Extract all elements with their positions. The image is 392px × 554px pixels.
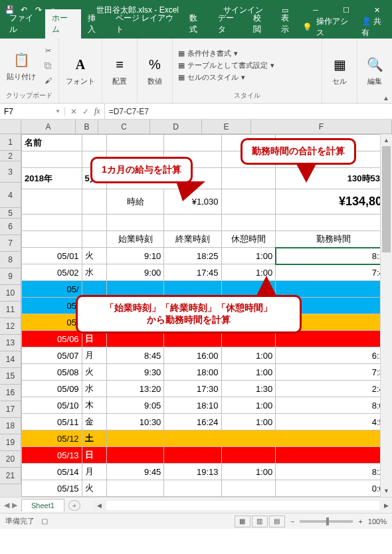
- copy-icon[interactable]: ⿻: [41, 59, 54, 72]
- cell[interactable]: 9:05: [107, 397, 164, 414]
- cell[interactable]: [164, 215, 221, 231]
- row-header-4[interactable]: 4: [0, 183, 21, 208]
- cell[interactable]: 05/: [22, 314, 82, 331]
- cell[interactable]: 終業時刻: [164, 231, 221, 248]
- cell[interactable]: 月: [82, 464, 107, 480]
- cell[interactable]: 05/10: [22, 397, 82, 414]
- cell[interactable]: [221, 480, 276, 497]
- sheet-nav-next-icon[interactable]: ▶: [12, 501, 17, 509]
- cell[interactable]: 始業時刻: [107, 231, 164, 248]
- cell[interactable]: [107, 135, 164, 151]
- cell[interactable]: 18:00: [164, 364, 221, 381]
- cell[interactable]: [22, 189, 82, 215]
- cell[interactable]: 10:30: [107, 414, 164, 430]
- cell[interactable]: [164, 135, 221, 151]
- cell[interactable]: 水: [82, 381, 107, 397]
- cell[interactable]: 2018年: [22, 168, 82, 189]
- conditional-format-button[interactable]: ▦条件付き書式 ▾: [177, 48, 276, 59]
- row-header-8[interactable]: 8: [0, 252, 21, 268]
- cell[interactable]: 05/: [22, 298, 82, 314]
- tab-formulas[interactable]: 数式: [183, 9, 211, 39]
- formula-input[interactable]: =D7-C7-E7: [104, 104, 392, 119]
- row-header-17[interactable]: 17: [0, 401, 21, 418]
- cell[interactable]: 16:00: [164, 347, 221, 364]
- cell[interactable]: 4:54: [276, 414, 392, 430]
- cell[interactable]: [107, 215, 164, 231]
- sheet-nav-prev-icon[interactable]: ◀: [4, 501, 9, 509]
- col-header-e[interactable]: E: [202, 120, 251, 134]
- cell[interactable]: 17:30: [164, 381, 221, 397]
- col-header-b[interactable]: B: [76, 120, 98, 134]
- row-header-21[interactable]: 21: [0, 468, 21, 484]
- number-group-button[interactable]: % 数値: [142, 52, 168, 88]
- paste-button[interactable]: 📋 貼り付け: [4, 48, 39, 83]
- select-all-corner[interactable]: [0, 120, 21, 134]
- hscroll-right-icon[interactable]: ▶: [380, 502, 392, 509]
- cell[interactable]: 05/07: [22, 347, 82, 364]
- zoom-in-icon[interactable]: +: [358, 517, 362, 525]
- row-header-9[interactable]: 9: [0, 268, 21, 285]
- cell[interactable]: 9:00: [107, 264, 164, 281]
- cell[interactable]: 05/01: [22, 248, 82, 264]
- sheet-tab-1[interactable]: Sheet1: [21, 499, 64, 511]
- cell[interactable]: 月: [82, 347, 107, 364]
- cell[interactable]: 05/11: [22, 414, 82, 430]
- cell[interactable]: 0:00: [276, 480, 392, 497]
- zoom-level[interactable]: 100%: [368, 517, 387, 525]
- cell[interactable]: [164, 480, 221, 497]
- row-header-15[interactable]: 15: [0, 368, 21, 385]
- cell[interactable]: 17:45: [164, 264, 221, 281]
- cell[interactable]: [107, 430, 164, 447]
- cell[interactable]: 7:30: [276, 364, 392, 381]
- cell[interactable]: 1:00: [221, 364, 276, 381]
- cell[interactable]: 05/09: [22, 381, 82, 397]
- row-header-6[interactable]: 6: [0, 219, 21, 235]
- cell[interactable]: [107, 480, 164, 497]
- tab-data[interactable]: データ: [211, 9, 246, 39]
- cell[interactable]: [22, 231, 82, 248]
- spreadsheet-grid[interactable]: A B C D E F 1234567891011121314151617181…: [0, 120, 392, 497]
- hscroll-thumb[interactable]: [106, 501, 379, 510]
- cell[interactable]: [164, 447, 221, 464]
- cell[interactable]: [82, 215, 107, 231]
- cell[interactable]: 19:13: [164, 464, 221, 480]
- cell[interactable]: 火: [82, 480, 107, 497]
- format-painter-icon[interactable]: 🖌: [41, 74, 54, 87]
- vertical-scrollbar[interactable]: ▲ ▼: [380, 134, 392, 497]
- row-header-20[interactable]: 20: [0, 451, 21, 468]
- col-header-a[interactable]: A: [21, 120, 76, 134]
- cut-icon[interactable]: ✂: [41, 45, 54, 58]
- cell[interactable]: 8:15: [276, 248, 392, 264]
- cell[interactable]: [82, 189, 107, 215]
- tellme-label[interactable]: 操作アシス: [316, 16, 352, 39]
- format-as-table-button[interactable]: ▦テーブルとして書式設定 ▾: [177, 60, 276, 71]
- normal-view-icon[interactable]: ▦: [235, 515, 250, 527]
- scroll-down-icon[interactable]: ▼: [381, 485, 392, 497]
- cell[interactable]: 16:24: [164, 414, 221, 430]
- cell[interactable]: [164, 430, 221, 447]
- cell[interactable]: 05/15: [22, 480, 82, 497]
- cell[interactable]: 05/14: [22, 464, 82, 480]
- cell[interactable]: 8:28: [276, 464, 392, 480]
- tab-review[interactable]: 校閲: [246, 9, 274, 39]
- row-header-18[interactable]: 18: [0, 418, 21, 434]
- cell[interactable]: [107, 447, 164, 464]
- tab-page-layout[interactable]: ページ レイアウト: [109, 9, 183, 39]
- page-layout-view-icon[interactable]: ▥: [252, 515, 268, 527]
- cell[interactable]: 1:00: [221, 397, 276, 414]
- cell[interactable]: 05/02: [22, 264, 82, 281]
- cell[interactable]: [276, 215, 392, 231]
- cell[interactable]: [82, 135, 107, 151]
- scroll-up-icon[interactable]: ▲: [381, 134, 392, 146]
- tab-file[interactable]: ファイル: [3, 9, 45, 39]
- cell[interactable]: 日: [82, 447, 107, 464]
- cell[interactable]: 名前: [22, 135, 82, 151]
- cell[interactable]: 1:00: [221, 248, 276, 264]
- cell[interactable]: 05/: [22, 281, 82, 298]
- col-header-d[interactable]: D: [150, 120, 202, 134]
- cell[interactable]: 時給: [107, 189, 164, 215]
- cell[interactable]: 水: [82, 264, 107, 281]
- enter-formula-icon[interactable]: ✓: [82, 107, 89, 116]
- cell[interactable]: 休憩時間: [221, 231, 276, 248]
- cell[interactable]: [221, 168, 276, 189]
